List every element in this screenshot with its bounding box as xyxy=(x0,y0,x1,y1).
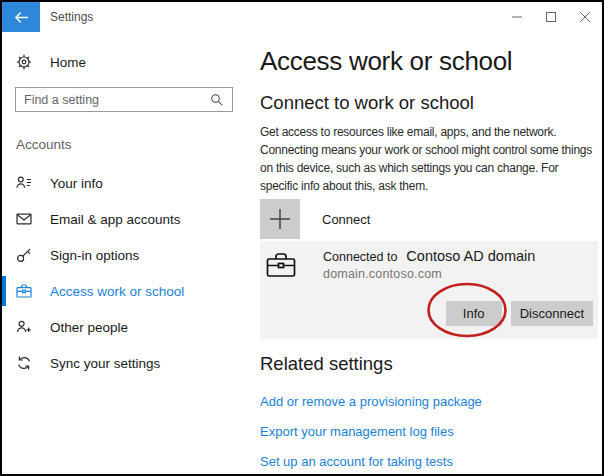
maximize-button[interactable] xyxy=(534,2,568,32)
sidebar-item-email-accounts[interactable]: Email & app accounts xyxy=(2,201,252,237)
info-button-wrapper: Info xyxy=(446,301,502,326)
sidebar-nav: Your info Email & app accounts Sign-in o… xyxy=(2,165,252,381)
connected-account-panel: Connected to Contoso AD domain domain.co… xyxy=(260,241,598,339)
connect-button[interactable]: Connect xyxy=(260,199,370,239)
gear-icon xyxy=(16,54,32,70)
key-icon xyxy=(16,247,32,263)
section-heading: Connect to work or school xyxy=(260,91,598,115)
sidebar-item-label: Email & app accounts xyxy=(50,212,181,227)
app-title: Settings xyxy=(50,10,93,24)
sidebar-item-other-people[interactable]: Other people xyxy=(2,309,252,345)
description-text: Get access to resources like email, apps… xyxy=(260,123,598,195)
back-button[interactable] xyxy=(2,2,40,32)
sidebar-item-label: Other people xyxy=(50,320,128,335)
main-content: Access work or school Connect to work or… xyxy=(252,32,602,474)
sidebar-section-label: Accounts xyxy=(16,137,252,152)
maximize-icon xyxy=(546,12,556,22)
info-button[interactable]: Info xyxy=(446,301,502,326)
page-title: Access work or school xyxy=(260,44,598,78)
sidebar-item-label: Your info xyxy=(50,176,103,191)
briefcase-icon xyxy=(16,283,32,299)
plus-icon xyxy=(260,199,300,239)
sidebar-item-label: Access work or school xyxy=(50,284,184,299)
search-box xyxy=(15,87,233,112)
disconnect-button[interactable]: Disconnect xyxy=(511,301,593,326)
sidebar-home-label: Home xyxy=(50,55,86,70)
person-add-icon xyxy=(16,319,32,335)
window-controls xyxy=(500,2,602,32)
link-provisioning-package[interactable]: Add or remove a provisioning package xyxy=(260,394,598,409)
close-button[interactable] xyxy=(568,2,602,32)
contact-icon xyxy=(16,175,32,191)
connected-to-label: Connected to xyxy=(323,250,397,264)
briefcase-icon xyxy=(266,252,296,278)
search-icon xyxy=(210,93,224,107)
link-test-taking-account[interactable]: Set up an account for taking tests xyxy=(260,454,598,469)
email-icon xyxy=(16,211,32,227)
sidebar-item-sync-your-settings[interactable]: Sync your settings xyxy=(2,345,252,381)
related-settings-heading: Related settings xyxy=(260,352,598,376)
connect-label: Connect xyxy=(322,212,370,227)
sidebar-item-sign-in-options[interactable]: Sign-in options xyxy=(2,237,252,273)
sidebar-item-your-info[interactable]: Your info xyxy=(2,165,252,201)
sidebar-item-label: Sync your settings xyxy=(50,356,160,371)
minimize-icon xyxy=(512,12,522,22)
sidebar-item-access-work-or-school[interactable]: Access work or school xyxy=(2,273,252,309)
link-export-log-files[interactable]: Export your management log files xyxy=(260,424,598,439)
settings-window: Settings Home Accounts xyxy=(0,0,604,476)
close-icon xyxy=(580,12,590,22)
connection-text: Connected to Contoso AD domain domain.co… xyxy=(323,248,535,281)
domain-name: domain.contoso.com xyxy=(323,267,535,281)
titlebar: Settings xyxy=(2,2,602,32)
sync-icon xyxy=(16,355,32,371)
related-links: Add or remove a provisioning package Exp… xyxy=(260,379,598,469)
sidebar-item-home[interactable]: Home xyxy=(2,47,252,77)
minimize-button[interactable] xyxy=(500,2,534,32)
sidebar: Home Accounts Your info Email & app acco… xyxy=(2,32,252,474)
back-arrow-icon xyxy=(14,11,29,24)
search-input[interactable] xyxy=(16,93,210,107)
sidebar-item-label: Sign-in options xyxy=(50,248,139,263)
organization-name: Contoso AD domain xyxy=(406,248,535,264)
